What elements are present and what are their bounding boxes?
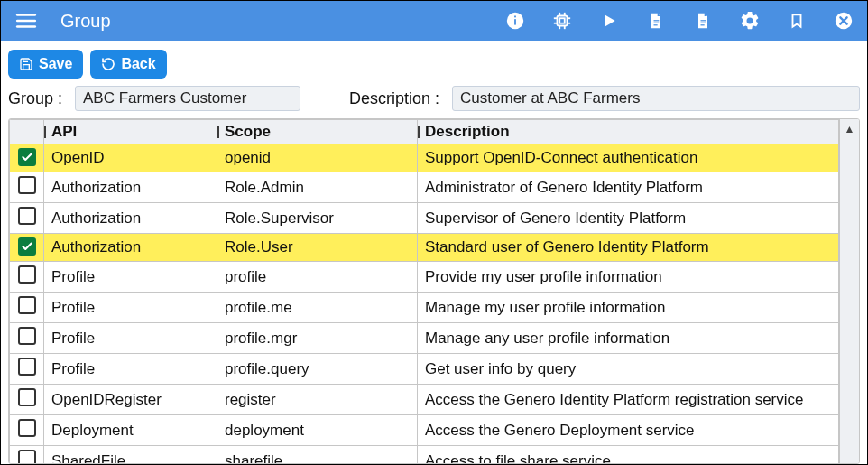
svg-rect-19: [654, 24, 658, 25]
appbar-title: Group: [60, 11, 111, 32]
group-field[interactable]: [75, 86, 300, 111]
row-checkbox-cell[interactable]: [10, 323, 44, 354]
document-icon[interactable]: [645, 10, 667, 32]
row-checkbox-cell[interactable]: [10, 385, 44, 415]
table-row[interactable]: AuthorizationRole.SupervisorSupervisor o…: [10, 203, 839, 234]
row-checkbox[interactable]: [18, 358, 36, 376]
cell-scope: deployment: [217, 415, 418, 446]
table-row[interactable]: Profileprofile.queryGet user info by que…: [10, 354, 839, 385]
action-button-row: Save Back: [8, 50, 860, 79]
cell-description: Standard user of Genero Identity Platfor…: [418, 234, 839, 262]
table-row[interactable]: ProfileprofileProvide my user profile in…: [10, 262, 839, 293]
svg-rect-20: [701, 20, 706, 21]
row-checkbox[interactable]: [18, 176, 36, 194]
svg-rect-21: [701, 23, 706, 23]
cell-description: Provide my user profile information: [418, 262, 839, 293]
svg-rect-4: [514, 19, 516, 24]
back-button[interactable]: Back: [90, 50, 166, 79]
document2-icon[interactable]: [692, 10, 714, 32]
row-checkbox[interactable]: [18, 419, 36, 437]
table-row[interactable]: AuthorizationRole.AdminAdministrator of …: [10, 172, 839, 203]
cell-description: Access to file share service: [418, 446, 839, 464]
row-checkbox-cell[interactable]: [10, 172, 44, 203]
row-checkbox-cell[interactable]: [10, 354, 44, 385]
row-checkbox[interactable]: [18, 450, 36, 463]
table-row[interactable]: SharedFilesharefileAccess to file share …: [10, 446, 839, 464]
cell-description: Supervisor of Genero Identity Platform: [418, 203, 839, 234]
svg-rect-22: [701, 24, 705, 25]
cell-description: Manage my user profile information: [418, 293, 839, 323]
cell-description: Manage any user profile information: [418, 323, 839, 354]
cell-scope: sharefile: [217, 446, 418, 464]
row-checkbox[interactable]: [18, 148, 36, 166]
table-header-row: API Scope Description: [10, 120, 839, 144]
scrollbar[interactable]: ▲: [839, 119, 859, 463]
row-checkbox-cell[interactable]: [10, 144, 44, 172]
info-icon[interactable]: [504, 10, 526, 32]
col-header-api[interactable]: API: [44, 120, 217, 144]
row-checkbox-cell[interactable]: [10, 262, 44, 293]
table-row[interactable]: AuthorizationRole.UserStandard user of G…: [10, 234, 839, 262]
scroll-up-icon[interactable]: ▲: [845, 123, 855, 135]
row-checkbox-cell[interactable]: [10, 293, 44, 323]
scopes-table: API Scope Description OpenIDopenidSuppor…: [9, 119, 839, 463]
row-checkbox[interactable]: [18, 327, 36, 345]
table-row[interactable]: OpenIDopenidSupport OpenID-Connect authe…: [10, 144, 839, 172]
row-checkbox[interactable]: [18, 388, 36, 406]
cell-api: Profile: [44, 262, 217, 293]
col-header-scope[interactable]: Scope: [217, 120, 418, 144]
cell-description: Access the Genero Deployment service: [418, 415, 839, 446]
row-checkbox[interactable]: [18, 207, 36, 225]
cell-description: Access the Genero Identity Platform regi…: [418, 385, 839, 415]
col-header-description[interactable]: Description: [418, 120, 839, 144]
row-checkbox-cell[interactable]: [10, 415, 44, 446]
close-icon[interactable]: [833, 10, 854, 32]
grid-scroll-area[interactable]: API Scope Description OpenIDopenidSuppor…: [9, 119, 839, 463]
cell-api: Profile: [44, 323, 217, 354]
cell-api: OpenIDRegister: [44, 385, 217, 415]
play-icon[interactable]: [598, 10, 620, 32]
chip-icon[interactable]: [551, 10, 573, 32]
cell-description: Support OpenID-Connect authentication: [418, 144, 839, 172]
row-checkbox-cell[interactable]: [10, 203, 44, 234]
svg-rect-7: [559, 18, 565, 23]
cell-scope: Role.User: [217, 234, 418, 262]
row-checkbox[interactable]: [18, 265, 36, 284]
grid-container: API Scope Description OpenIDopenidSuppor…: [8, 118, 860, 464]
row-checkbox-cell[interactable]: [10, 234, 44, 262]
cell-api: Deployment: [44, 415, 217, 446]
content-area: Save Back Group : Description :: [1, 41, 867, 464]
group-label: Group :: [8, 89, 62, 108]
row-checkbox-cell[interactable]: [10, 446, 44, 464]
cell-api: Authorization: [44, 234, 217, 262]
cell-description: Administrator of Genero Identity Platfor…: [418, 172, 839, 203]
cell-scope: register: [217, 385, 418, 415]
table-row[interactable]: Profileprofile.meManage my user profile …: [10, 293, 839, 323]
row-checkbox[interactable]: [18, 237, 36, 256]
cell-api: SharedFile: [44, 446, 217, 464]
cell-scope: profile.me: [217, 293, 418, 323]
description-field[interactable]: [452, 86, 860, 111]
settings-icon[interactable]: [739, 10, 761, 32]
cell-scope: openid: [217, 144, 418, 172]
col-header-check[interactable]: [10, 120, 44, 144]
cell-description: Get user info by query: [418, 354, 839, 385]
form-row: Group : Description :: [8, 86, 860, 111]
table-row[interactable]: DeploymentdeploymentAccess the Genero De…: [10, 415, 839, 446]
cell-api: Authorization: [44, 172, 217, 203]
cell-api: Profile: [44, 293, 217, 323]
save-button[interactable]: Save: [8, 50, 83, 79]
svg-rect-6: [558, 16, 568, 26]
description-label: Description :: [349, 89, 439, 108]
svg-rect-18: [654, 23, 660, 23]
row-checkbox[interactable]: [18, 296, 36, 314]
table-row[interactable]: Profileprofile.mgrManage any user profil…: [10, 323, 839, 354]
back-button-label: Back: [121, 56, 155, 72]
table-row[interactable]: OpenIDRegisterregisterAccess the Genero …: [10, 385, 839, 415]
save-button-label: Save: [39, 56, 72, 72]
bookmark-icon[interactable]: [786, 10, 808, 32]
menu-icon[interactable]: [14, 8, 39, 33]
cell-scope: profile: [217, 262, 418, 293]
svg-rect-5: [514, 16, 516, 18]
cell-scope: Role.Admin: [217, 172, 418, 203]
